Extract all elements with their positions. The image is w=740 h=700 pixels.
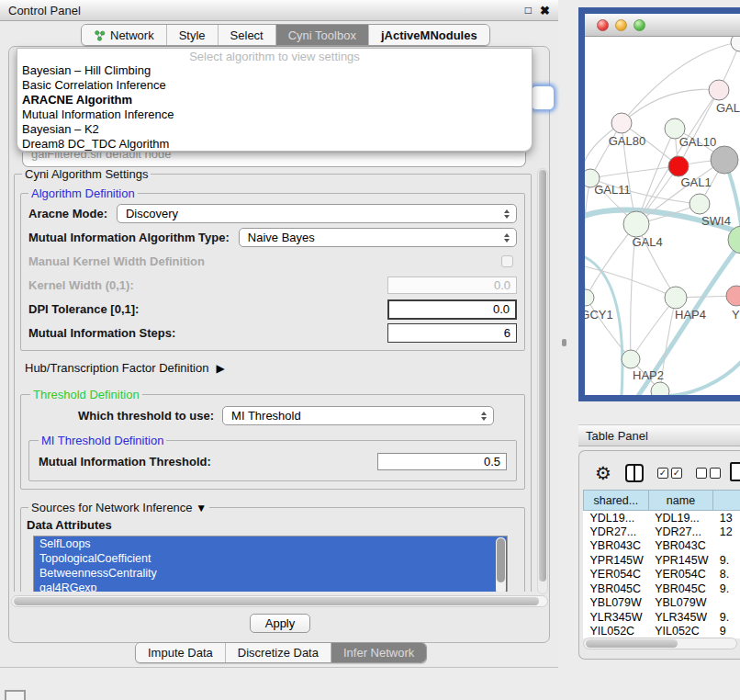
cell[interactable]: 8. — [713, 568, 740, 582]
table-row[interactable]: YBR045CYBR045C9. — [584, 581, 740, 596]
network-canvas[interactable]: GAL80 GAL10 GAL1 GAL11 SWI4 GAL4 HAP4 HA… — [585, 37, 740, 395]
cell[interactable]: 13 — [713, 511, 740, 525]
close-icon[interactable]: ✖ — [540, 5, 550, 17]
cell[interactable]: YLR345W — [584, 610, 649, 625]
column-header-cut[interactable] — [713, 491, 740, 511]
node-hap2[interactable] — [622, 350, 640, 368]
window-close-button[interactable] — [597, 19, 609, 31]
table-row[interactable]: YDL19...YDL19...13 — [584, 511, 740, 525]
mi-steps-input[interactable]: 6 — [387, 323, 517, 343]
tab-infer-network[interactable]: Infer Network — [331, 643, 426, 662]
cell[interactable]: YBL079W — [648, 596, 713, 611]
column-header-name[interactable]: name — [648, 491, 713, 511]
table-row[interactable]: YBL079WYBL079W — [584, 596, 740, 611]
gear-icon[interactable]: ⚙ — [595, 464, 611, 482]
scrollbar-thumb[interactable] — [586, 639, 678, 648]
table-row[interactable]: YPR145WYPR145W9. — [584, 553, 740, 568]
cell[interactable]: YBL079W — [584, 596, 649, 611]
cell[interactable]: YIL052C — [648, 625, 713, 639]
dropdown-item-mutual-information[interactable]: Mutual Information Inference — [17, 107, 532, 122]
cell[interactable]: YPR145W — [648, 553, 713, 568]
settings-vertical-scrollbar[interactable] — [537, 168, 548, 594]
kernel-width-input[interactable]: 0.0 — [387, 277, 517, 294]
scrollbar-thumb[interactable] — [14, 597, 539, 605]
tab-cyni-toolbox[interactable]: Cyni Toolbox — [276, 25, 369, 45]
table-row[interactable]: YER054CYER054C8. — [584, 568, 740, 582]
node-gray[interactable] — [711, 146, 738, 174]
attribute-item-selfloops[interactable]: SelfLoops — [34, 536, 507, 551]
which-threshold-combo[interactable]: MI Threshold — [222, 406, 494, 425]
cell[interactable]: YBR043C — [584, 539, 649, 554]
table-row[interactable]: YLR345WYLR345W9. — [584, 610, 740, 625]
tab-select[interactable]: Select — [219, 25, 276, 45]
column-header-shared[interactable]: shared... — [584, 491, 649, 511]
table-row[interactable]: YIL052CYIL052C9 — [584, 625, 740, 639]
columns-icon[interactable] — [625, 464, 644, 482]
scrollbar-thumb[interactable] — [497, 538, 505, 582]
cell[interactable]: YER054C — [584, 568, 649, 582]
cell[interactable]: YIL052C — [584, 625, 649, 639]
mi-threshold-input[interactable]: 0.5 — [377, 453, 507, 470]
dropdown-item-bayesian-k2[interactable]: Bayesian – K2 — [17, 122, 532, 137]
table-row[interactable]: YDR27...YDR27...12 — [584, 525, 740, 539]
deselect-all-icon[interactable] — [696, 468, 721, 479]
cell[interactable]: 9. — [713, 610, 740, 625]
hub-definition-toggle[interactable]: Hub/Transcription Factor Definition ▶ — [25, 361, 527, 375]
inference-algorithm-combo-fragment[interactable] — [531, 85, 555, 110]
cell[interactable] — [713, 596, 740, 611]
cell[interactable]: YBR043C — [648, 539, 713, 554]
cell[interactable]: 9. — [713, 581, 740, 596]
cell[interactable]: YBR045C — [584, 581, 649, 596]
dpi-tolerance-input[interactable]: 0.0 — [387, 299, 517, 320]
tab-discretize-data[interactable]: Discretize Data — [226, 643, 331, 662]
network-selector-combo[interactable]: galFiltered.sif default node — [22, 152, 526, 167]
window-minimize-button[interactable] — [615, 19, 627, 31]
cell[interactable]: YDL19... — [584, 511, 649, 525]
float-window-icon[interactable]: □ — [525, 5, 532, 16]
mi-type-combo[interactable]: Naive Bayes — [239, 228, 517, 247]
cell[interactable]: YDR27... — [648, 525, 713, 539]
attribute-item-betweenness[interactable]: BetweennessCentrality — [34, 566, 507, 581]
cell[interactable]: YPR145W — [584, 553, 649, 568]
node-unlabeled-top[interactable] — [731, 37, 740, 51]
settings-horizontal-scrollbar[interactable] — [11, 595, 548, 607]
node-y-salmon[interactable] — [726, 286, 740, 306]
cell[interactable]: YDR27... — [584, 525, 649, 539]
node-swi4[interactable] — [690, 194, 710, 214]
document-icon[interactable] — [730, 462, 740, 481]
tab-style[interactable]: Style — [167, 25, 219, 45]
collapse-down-icon[interactable]: ▼ — [196, 502, 207, 514]
cell[interactable]: YBR045C — [648, 581, 713, 596]
apply-button[interactable]: Apply — [250, 614, 310, 633]
tab-network[interactable]: Network — [82, 25, 167, 45]
node-gal80[interactable] — [611, 113, 632, 133]
manual-kernel-checkbox[interactable] — [501, 255, 513, 267]
tab-impute-data[interactable]: Impute Data — [136, 643, 226, 662]
cell[interactable] — [713, 539, 740, 554]
tab-jactivemnodules[interactable]: jActiveMNodules — [369, 25, 489, 45]
cell[interactable]: 9. — [713, 553, 740, 568]
panel-splitter-handle[interactable] — [562, 339, 566, 346]
table-row[interactable]: YBR043CYBR043C — [584, 539, 740, 554]
cell[interactable]: YDL19... — [648, 511, 713, 525]
dropdown-item-aracne[interactable]: ARACNE Algorithm — [17, 93, 532, 107]
cell[interactable]: YLR345W — [648, 610, 713, 625]
table-horizontal-scrollbar[interactable] — [583, 638, 737, 649]
attribute-item-gal4rgexp[interactable]: gal4RGexp — [34, 581, 507, 592]
dropdown-item-bayesian-hill[interactable]: Bayesian – Hill Climbing — [17, 63, 532, 78]
dropdown-item-dream8[interactable]: Dream8 DC_TDC Algorithm — [17, 137, 532, 152]
node-gal-pink[interactable] — [709, 80, 729, 100]
node-gcy1[interactable] — [585, 289, 594, 306]
cell[interactable]: YER054C — [648, 568, 713, 582]
cell[interactable]: 9 — [713, 625, 740, 639]
node-gal1-red[interactable] — [668, 156, 689, 176]
window-zoom-button[interactable] — [633, 19, 645, 31]
dropdown-item-basic-correlation[interactable]: Basic Correlation Inference — [17, 78, 532, 93]
cell[interactable]: 12 — [713, 525, 740, 539]
node-hap4[interactable] — [665, 287, 687, 309]
attribute-list-scrollbar[interactable] — [496, 537, 506, 592]
scrollbar-thumb[interactable] — [539, 170, 546, 581]
attribute-item-topological[interactable]: TopologicalCoefficient — [34, 551, 507, 566]
select-all-icon[interactable]: ✓ ✓ — [657, 468, 682, 479]
node-gal4[interactable] — [623, 211, 649, 237]
